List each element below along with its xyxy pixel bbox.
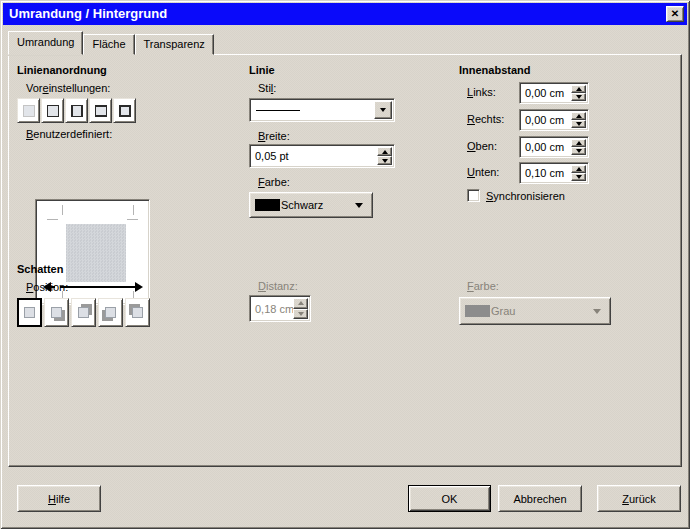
shadow-top-right-button[interactable]	[71, 298, 96, 327]
arrow-down-icon	[576, 122, 582, 126]
cancel-button-label: Abbrechen	[513, 493, 566, 505]
synchronize-label: Synchronisieren	[486, 190, 565, 202]
spin-up-button[interactable]	[571, 85, 586, 93]
ok-button[interactable]: OK	[408, 485, 491, 512]
spin-down-button[interactable]	[571, 173, 586, 181]
group-title-linie: Linie	[249, 64, 275, 76]
shadow-positions	[17, 298, 150, 327]
line-width-spinner[interactable]: 0,05 pt	[249, 144, 395, 168]
help-button[interactable]: Hilfe	[17, 485, 101, 512]
paragraph-area	[66, 224, 126, 282]
custom-label: Benutzerdefiniert:	[26, 128, 112, 140]
spin-buttons	[293, 298, 308, 319]
line-style-sample	[256, 110, 300, 111]
padding-top-spinner[interactable]: 0,00 cm	[519, 136, 589, 158]
guide-tick	[133, 205, 134, 215]
border-background-dialog: Umrandung / Hintergrund ✕ Umrandung Fläc…	[0, 0, 690, 529]
spin-up-button[interactable]	[571, 139, 586, 147]
line-width-value: 0,05 pt	[255, 145, 289, 167]
preset-no-border-button[interactable]	[17, 98, 40, 123]
shadow-color-combobox: Grau	[459, 297, 611, 325]
spin-down-button[interactable]	[571, 120, 586, 128]
padding-top-label: Oben:	[467, 140, 497, 152]
top-bottom-border-icon	[95, 105, 107, 117]
spin-buttons	[571, 165, 586, 181]
shadow-top-left-icon	[130, 305, 145, 320]
arrow-down-icon	[576, 95, 582, 99]
shadow-top-left-button[interactable]	[125, 298, 150, 327]
shadow-none-button[interactable]	[17, 298, 42, 327]
arrow-up-icon	[576, 141, 582, 145]
arrow-down-icon	[576, 149, 582, 153]
preset-box-button[interactable]	[41, 98, 64, 123]
tab-label: Fläche	[92, 38, 125, 50]
guide-tick	[47, 219, 58, 220]
help-button-label: Hilfe	[48, 493, 70, 505]
group-title-linienanordnung: Linienanordnung	[17, 64, 107, 76]
spin-up-button[interactable]	[377, 147, 392, 156]
padding-left-spinner[interactable]: 0,00 cm	[519, 82, 589, 104]
arrow-down-icon	[576, 175, 582, 179]
box-border-icon	[47, 105, 59, 117]
padding-right-spinner[interactable]: 0,00 cm	[519, 109, 589, 131]
spin-up-button[interactable]	[571, 112, 586, 120]
chevron-down-icon	[355, 203, 363, 208]
shadow-top-right-icon	[76, 305, 91, 320]
spin-buttons	[571, 85, 586, 101]
gray-color-swatch	[465, 305, 490, 317]
spin-down-button	[293, 309, 308, 320]
spin-up-button	[293, 298, 308, 309]
right-arrow-icon	[135, 282, 143, 292]
spin-buttons	[571, 139, 586, 155]
tab-flaeche[interactable]: Fläche	[83, 34, 134, 55]
line-color-value: Schwarz	[281, 199, 323, 211]
black-color-swatch	[255, 199, 280, 211]
arrow-up-icon	[382, 150, 388, 154]
back-button-label: Zurück	[622, 493, 656, 505]
padding-bottom-value: 0,10 cm	[525, 163, 564, 183]
tab-umrandung[interactable]: Umrandung	[8, 31, 83, 55]
shadow-distance-spinner: 0,18 cm	[249, 295, 311, 322]
chevron-down-icon	[380, 108, 386, 112]
title-bar[interactable]: Umrandung / Hintergrund ✕	[3, 3, 687, 25]
spin-up-button[interactable]	[571, 165, 586, 173]
line-color-combobox[interactable]: Schwarz	[249, 192, 373, 218]
tab-page-umrandung: Linienanordnung Voreinstellungen: Benutz…	[8, 54, 682, 467]
close-button[interactable]: ✕	[666, 6, 684, 22]
spin-down-button[interactable]	[571, 147, 586, 155]
line-style-dropdown-button[interactable]	[374, 101, 392, 119]
padding-left-value: 0,00 cm	[525, 83, 564, 103]
group-title-innenabstand: Innenabstand	[459, 64, 531, 76]
tab-transparenz[interactable]: Transparenz	[135, 34, 214, 55]
shadow-bottom-right-button[interactable]	[44, 298, 69, 327]
line-style-combobox[interactable]	[249, 98, 395, 122]
shadow-bottom-left-button[interactable]	[98, 298, 123, 327]
padding-bottom-label: Unten:	[467, 166, 499, 178]
padding-right-value: 0,00 cm	[525, 110, 564, 130]
spin-down-button[interactable]	[571, 93, 586, 101]
padding-right-label: Rechts:	[467, 113, 504, 125]
cancel-button[interactable]: Abbrechen	[498, 485, 582, 512]
arrow-up-icon	[298, 301, 304, 305]
arrow-down-icon	[298, 312, 304, 316]
shadow-color-value: Grau	[491, 305, 515, 317]
preset-top-bottom-button[interactable]	[89, 98, 112, 123]
preset-left-right-button[interactable]	[65, 98, 88, 123]
shadow-distance-label: Distanz:	[258, 280, 298, 292]
dialog-title: Umrandung / Hintergrund	[9, 6, 167, 21]
back-button[interactable]: Zurück	[597, 485, 681, 512]
heavy-box-border-icon	[119, 105, 131, 117]
tab-label: Umrandung	[17, 36, 74, 48]
close-icon: ✕	[671, 3, 679, 25]
line-width-label: Breite:	[258, 130, 290, 142]
left-right-border-icon	[71, 105, 83, 117]
synchronize-checkbox[interactable]	[467, 189, 480, 202]
spin-down-button[interactable]	[377, 156, 392, 165]
arrow-down-icon	[382, 159, 388, 163]
padding-bottom-spinner[interactable]: 0,10 cm	[519, 162, 589, 184]
shadow-bottom-right-icon	[49, 305, 64, 320]
shadow-none-icon	[22, 305, 37, 320]
line-color-label: Farbe:	[258, 176, 290, 188]
preset-box-heavy-button[interactable]	[113, 98, 136, 123]
tab-label: Transparenz	[144, 38, 205, 50]
